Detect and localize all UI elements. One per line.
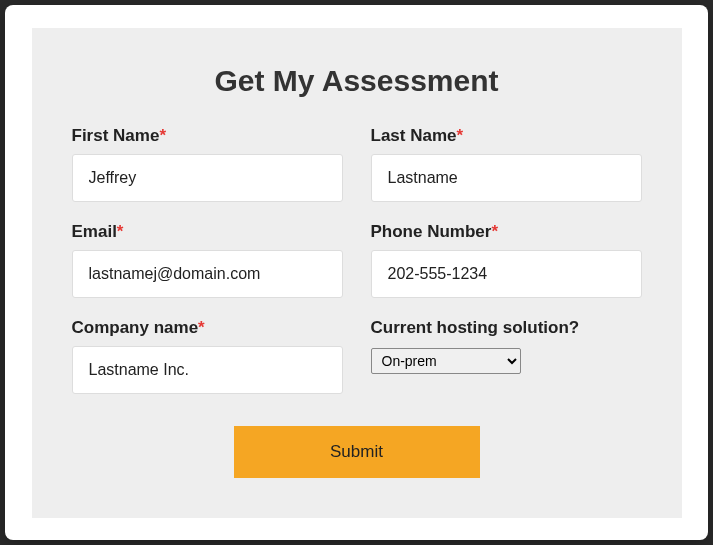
hosting-field: Current hosting solution? On-prem bbox=[371, 318, 642, 394]
email-input[interactable] bbox=[72, 250, 343, 298]
form-title: Get My Assessment bbox=[72, 64, 642, 98]
first-name-label: First Name* bbox=[72, 126, 343, 146]
form-panel: Get My Assessment First Name* Last Name*… bbox=[32, 28, 682, 518]
required-mark: * bbox=[456, 126, 463, 145]
required-mark: * bbox=[491, 222, 498, 241]
company-input[interactable] bbox=[72, 346, 343, 394]
phone-field: Phone Number* bbox=[371, 222, 642, 298]
hosting-label: Current hosting solution? bbox=[371, 318, 642, 338]
hosting-select[interactable]: On-prem bbox=[371, 348, 521, 374]
company-field: Company name* bbox=[72, 318, 343, 394]
form-grid: First Name* Last Name* Email* Phone Numb… bbox=[72, 126, 642, 394]
last-name-label-text: Last Name bbox=[371, 126, 457, 145]
required-mark: * bbox=[198, 318, 205, 337]
first-name-input[interactable] bbox=[72, 154, 343, 202]
company-label: Company name* bbox=[72, 318, 343, 338]
last-name-label: Last Name* bbox=[371, 126, 642, 146]
assessment-modal: Get My Assessment First Name* Last Name*… bbox=[5, 5, 708, 540]
email-field: Email* bbox=[72, 222, 343, 298]
email-label: Email* bbox=[72, 222, 343, 242]
phone-label: Phone Number* bbox=[371, 222, 642, 242]
submit-wrap: Submit bbox=[72, 426, 642, 478]
last-name-input[interactable] bbox=[371, 154, 642, 202]
email-label-text: Email bbox=[72, 222, 117, 241]
required-mark: * bbox=[159, 126, 166, 145]
phone-input[interactable] bbox=[371, 250, 642, 298]
phone-label-text: Phone Number bbox=[371, 222, 492, 241]
first-name-field: First Name* bbox=[72, 126, 343, 202]
first-name-label-text: First Name bbox=[72, 126, 160, 145]
last-name-field: Last Name* bbox=[371, 126, 642, 202]
company-label-text: Company name bbox=[72, 318, 199, 337]
required-mark: * bbox=[117, 222, 124, 241]
submit-button[interactable]: Submit bbox=[234, 426, 480, 478]
